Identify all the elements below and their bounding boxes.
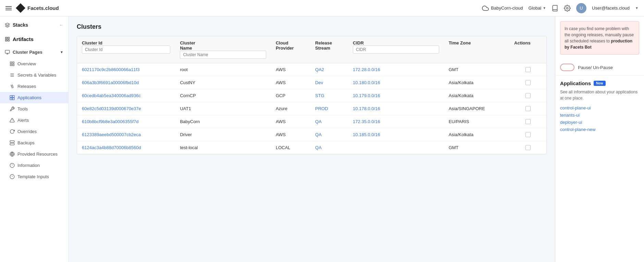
provided-resources-icon bbox=[10, 152, 15, 157]
book-icon[interactable] bbox=[552, 5, 558, 12]
col-release-stream: ReleaseStream bbox=[310, 36, 348, 63]
cell-release-stream: QA2 bbox=[310, 63, 348, 76]
cluster-id-link[interactable]: 6021170c9c2b8600066a11f3 bbox=[82, 67, 139, 72]
cell-cidr: 172.28.0.0/16 bbox=[348, 63, 444, 76]
cluster-id-link[interactable]: 60cedb4ab5ea340006ad936c bbox=[82, 93, 141, 98]
global-selector[interactable]: Global ▼ bbox=[529, 5, 546, 11]
alerts-icon bbox=[10, 118, 15, 123]
sidebar-item-overview[interactable]: Overview bbox=[0, 58, 68, 69]
cidr-link[interactable]: 10.178.0.0/16 bbox=[353, 106, 380, 111]
release-stream-link[interactable]: Dev bbox=[315, 80, 323, 85]
app-link[interactable]: control-plane-ui bbox=[560, 105, 639, 110]
cell-time-zone: Asia/Kolkata bbox=[444, 89, 509, 102]
hamburger-menu[interactable] bbox=[5, 6, 12, 10]
sidebar-item-tools[interactable]: Tools bbox=[0, 103, 68, 115]
cell-cluster-name: test-local bbox=[175, 141, 271, 154]
right-panel: In case you find some problem with the o… bbox=[555, 16, 644, 262]
svg-rect-2 bbox=[5, 37, 7, 39]
cell-cluster-name: UAT1 bbox=[175, 102, 271, 115]
sidebar-cluster-pages-header[interactable]: Cluster Pages ▼ bbox=[0, 46, 68, 58]
sidebar-item-secrets[interactable]: Secrets & Variables bbox=[0, 69, 68, 81]
release-stream-link[interactable]: PROD bbox=[315, 106, 328, 111]
gear-icon[interactable] bbox=[564, 5, 571, 12]
cell-time-zone: EU/PARIS bbox=[444, 115, 509, 128]
apps-header: Applications New bbox=[560, 80, 639, 86]
cluster-id-link[interactable]: 6124ac3a4b88d70006b8560d bbox=[82, 145, 141, 150]
cell-time-zone: GMT bbox=[444, 63, 509, 76]
cell-time-zone: Asia/Kolkata bbox=[444, 76, 509, 89]
table-row: 6124ac3a4b88d70006b8560d test-local LOCA… bbox=[77, 141, 546, 154]
cell-cidr bbox=[348, 141, 444, 154]
cluster-id-link[interactable]: 60e82c5d03139d000670e37e bbox=[82, 106, 141, 111]
backups-icon bbox=[10, 140, 15, 145]
sidebar-item-applications[interactable]: Applications bbox=[0, 92, 68, 103]
app-link[interactable]: control-plane-new bbox=[560, 127, 639, 132]
svg-rect-11 bbox=[13, 64, 14, 66]
release-stream-link[interactable]: STG bbox=[315, 93, 324, 98]
row-checkbox[interactable] bbox=[525, 145, 531, 150]
release-stream-link[interactable]: QA bbox=[315, 145, 322, 150]
sidebar-collapse-button[interactable]: ← bbox=[59, 23, 63, 27]
sidebar-item-overrides[interactable]: Overrides bbox=[0, 126, 68, 137]
user-name[interactable]: User@facets.cloud bbox=[592, 5, 630, 11]
cloud-icon bbox=[482, 5, 489, 12]
row-checkbox[interactable] bbox=[525, 80, 531, 85]
alerts-label: Alerts bbox=[17, 118, 29, 123]
pause-toggle[interactable] bbox=[560, 64, 574, 71]
cidr-link[interactable]: 10.185.0.0/16 bbox=[353, 132, 380, 137]
cidr-link[interactable]: 10.180.0.0/16 bbox=[353, 80, 380, 85]
overview-label: Overview bbox=[17, 61, 36, 66]
cell-time-zone: Asia/Kolkata bbox=[444, 128, 509, 141]
cluster-id-filter[interactable] bbox=[82, 45, 170, 54]
cluster-name-filter[interactable] bbox=[180, 51, 266, 59]
sidebar-item-provided-resources[interactable]: Provided Resources bbox=[0, 148, 68, 160]
cell-cidr: 10.180.0.0/16 bbox=[348, 76, 444, 89]
sidebar-item-information[interactable]: Information bbox=[0, 160, 68, 171]
information-icon bbox=[10, 163, 15, 168]
app-link[interactable]: tenants-ui bbox=[560, 113, 639, 118]
row-checkbox[interactable] bbox=[525, 132, 531, 137]
row-checkbox[interactable] bbox=[525, 67, 531, 72]
sidebar-item-backups[interactable]: Backups bbox=[0, 137, 68, 148]
row-checkbox[interactable] bbox=[525, 106, 531, 111]
row-checkbox[interactable] bbox=[525, 93, 531, 98]
svg-rect-27 bbox=[10, 141, 14, 142]
sidebar-item-artifacts[interactable]: Artifacts bbox=[0, 32, 68, 46]
cluster-id-link[interactable]: 610b8bcf9b8e3a0006355f7d bbox=[82, 119, 139, 124]
sidebar-item-releases[interactable]: Releases bbox=[0, 81, 68, 92]
release-stream-link[interactable]: QA bbox=[315, 132, 322, 137]
cell-cidr: 10.178.0.0/16 bbox=[348, 102, 444, 115]
svg-point-0 bbox=[567, 7, 568, 9]
cidr-link[interactable]: 172.28.0.0/16 bbox=[353, 67, 380, 72]
cidr-filter[interactable] bbox=[353, 45, 439, 54]
pause-section: Pause/ Un-Pause bbox=[555, 60, 644, 76]
sidebar-item-stacks[interactable]: Stacks bbox=[5, 19, 33, 31]
apps-desc: See all information about your applicati… bbox=[560, 89, 639, 101]
svg-line-20 bbox=[13, 87, 14, 88]
app-link[interactable]: deployer-ui bbox=[560, 120, 639, 125]
col-actions: Actions bbox=[509, 36, 546, 63]
release-stream-link[interactable]: QA2 bbox=[315, 67, 324, 72]
table-row: 60e82c5d03139d000670e37e UAT1 Azure PROD… bbox=[77, 102, 546, 115]
alert-banner: In case you find some problem with the o… bbox=[560, 21, 639, 55]
cloud-selector[interactable]: BabyCorn-cloud bbox=[482, 5, 523, 12]
cell-release-stream: QA bbox=[310, 128, 348, 141]
cluster-id-link[interactable]: 606a3b3f6691a00006fbd10d bbox=[82, 80, 139, 85]
avatar[interactable]: U bbox=[576, 3, 586, 13]
cell-actions bbox=[509, 128, 546, 141]
cluster-id-link[interactable]: 6123389aeebd500007cb2eca bbox=[82, 132, 141, 137]
cell-cluster-id: 60e82c5d03139d000670e37e bbox=[77, 102, 175, 115]
svg-marker-1 bbox=[5, 23, 10, 25]
table-row: 610b8bcf9b8e3a0006355f7d BabyCorn AWS QA… bbox=[77, 115, 546, 128]
chevron-down-icon: ▼ bbox=[543, 6, 546, 10]
cidr-link[interactable]: 10.179.0.0/16 bbox=[353, 93, 380, 98]
pause-label: Pause/ Un-Pause bbox=[578, 65, 613, 70]
svg-rect-3 bbox=[8, 37, 9, 39]
release-stream-link[interactable]: QA bbox=[315, 119, 322, 124]
sidebar-item-template-inputs[interactable]: Template Inputs bbox=[0, 171, 68, 182]
row-checkbox[interactable] bbox=[525, 119, 531, 124]
sidebar-item-alerts[interactable]: Alerts bbox=[0, 115, 68, 126]
cidr-link[interactable]: 172.35.0.0/16 bbox=[353, 119, 380, 124]
cell-time-zone: Asia/SINGAPORE bbox=[444, 102, 509, 115]
svg-rect-6 bbox=[5, 50, 10, 53]
